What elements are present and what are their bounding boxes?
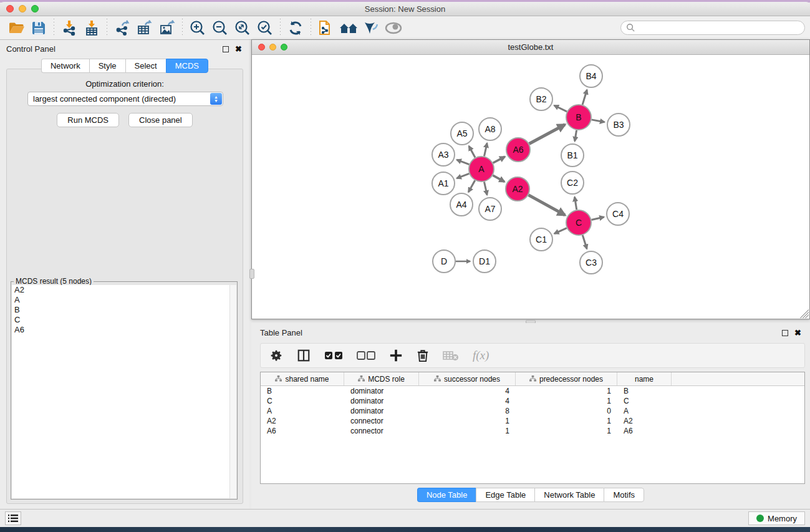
node-A7[interactable]: A7: [479, 198, 501, 220]
network-view-window[interactable]: testGlobe.txt B4B2BB3B1A5A8A6A3AA1A4A7A2…: [251, 39, 810, 319]
cell-successor-nodes[interactable]: 4: [419, 396, 516, 406]
mcds-result-item[interactable]: B: [12, 305, 236, 315]
edge-A-A2[interactable]: [493, 175, 504, 181]
edge-C-C3[interactable]: [582, 235, 587, 249]
cell-predecessor-nodes[interactable]: 1: [516, 396, 617, 406]
node-B4[interactable]: B4: [580, 65, 602, 87]
cell-predecessor-nodes[interactable]: 1: [516, 416, 617, 426]
edge-B-B3[interactable]: [592, 120, 605, 122]
node-table[interactable]: shared nameMCDS rolesuccessor nodesprede…: [260, 372, 805, 484]
cell-predecessor-nodes[interactable]: 1: [516, 426, 617, 436]
tab-edge-table[interactable]: Edge Table: [476, 488, 534, 502]
node-B3[interactable]: B3: [607, 114, 630, 136]
tab-style[interactable]: Style: [89, 59, 125, 73]
edge-C-C4[interactable]: [591, 217, 604, 220]
resize-grip[interactable]: [800, 309, 809, 318]
refresh-button[interactable]: [284, 18, 307, 38]
node-C1[interactable]: C1: [530, 228, 552, 251]
zoom-fit-button[interactable]: [231, 18, 254, 38]
cell-mcds-role[interactable]: dominator: [344, 386, 419, 396]
node-B2[interactable]: B2: [530, 88, 552, 110]
table-row[interactable]: Bdominator41B: [261, 386, 804, 396]
node-C4[interactable]: C4: [607, 203, 629, 225]
mcds-result-item[interactable]: A6: [12, 325, 236, 335]
network-graph[interactable]: B4B2BB3B1A5A8A6A3AA1A4A7A2C2CC4C1C3DD1: [253, 56, 810, 319]
edge-A6-B[interactable]: [529, 125, 565, 144]
edge-A-A6[interactable]: [493, 157, 505, 163]
table-settings-button[interactable]: [269, 347, 283, 364]
vertical-splitter-handle[interactable]: [249, 269, 254, 279]
cell-name[interactable]: A6: [617, 426, 672, 436]
node-D1[interactable]: D1: [473, 250, 496, 273]
deselect-all-rows-button[interactable]: [357, 347, 375, 364]
node-C3[interactable]: C3: [580, 251, 602, 274]
cell-mcds-role[interactable]: dominator: [344, 406, 419, 416]
show-columns-button[interactable]: [297, 347, 311, 364]
table-row[interactable]: Cdominator41C: [261, 396, 804, 406]
import-network-button[interactable]: [58, 18, 80, 38]
table-row[interactable]: A2connector11A2: [261, 416, 804, 426]
edge-A-A4[interactable]: [468, 180, 475, 192]
tab-motifs[interactable]: Motifs: [604, 488, 644, 502]
app-titlebar[interactable]: Session: New Session: [0, 2, 810, 16]
node-A3[interactable]: A3: [432, 143, 455, 166]
scrollbar[interactable]: [229, 285, 236, 498]
export-table-button[interactable]: [133, 18, 156, 38]
close-table-panel-icon[interactable]: ✖: [794, 330, 801, 336]
cell-mcds-role[interactable]: connector: [344, 426, 419, 436]
import-table-button[interactable]: [80, 18, 103, 38]
cell-name[interactable]: A: [617, 406, 672, 416]
float-table-panel-icon[interactable]: [782, 330, 788, 336]
open-session-button[interactable]: [5, 18, 27, 38]
float-panel-icon[interactable]: [223, 46, 229, 52]
cell-shared-name[interactable]: C: [261, 396, 344, 406]
select-all-rows-button[interactable]: [324, 347, 343, 364]
node-B1[interactable]: B1: [561, 144, 584, 167]
node-A[interactable]: A: [469, 157, 494, 181]
run-mcds-button[interactable]: Run MCDS: [57, 113, 119, 127]
edge-C-C2[interactable]: [575, 197, 577, 210]
column-header-name[interactable]: name: [617, 372, 672, 385]
export-network-button[interactable]: [111, 18, 133, 38]
cell-predecessor-nodes[interactable]: 0: [516, 406, 617, 416]
column-header-predecessor-nodes[interactable]: predecessor nodes: [516, 372, 617, 385]
zoom-selected-button[interactable]: [254, 18, 276, 38]
node-B[interactable]: B: [566, 105, 591, 130]
zoom-out-button[interactable]: [209, 18, 231, 38]
mcds-result-item[interactable]: A2: [12, 285, 236, 295]
save-session-button[interactable]: [27, 18, 50, 38]
cell-shared-name[interactable]: A: [261, 406, 344, 416]
edge-C-C1[interactable]: [554, 228, 567, 234]
cell-shared-name[interactable]: A6: [261, 426, 344, 436]
mcds-result-item[interactable]: A: [12, 295, 236, 305]
cell-name[interactable]: B: [617, 386, 672, 396]
tab-network-table[interactable]: Network Table: [534, 488, 604, 502]
node-C2[interactable]: C2: [561, 172, 584, 194]
cell-successor-nodes[interactable]: 8: [419, 406, 516, 416]
cell-name[interactable]: C: [617, 396, 672, 406]
network-canvas[interactable]: B4B2BB3B1A5A8A6A3AA1A4A7A2C2CC4C1C3DD1: [253, 56, 809, 318]
delete-column-button[interactable]: [417, 347, 429, 364]
hide-details-button[interactable]: [382, 18, 405, 38]
edge-A-A1[interactable]: [457, 173, 470, 178]
create-column-button[interactable]: [389, 347, 403, 364]
zoom-in-button[interactable]: [186, 18, 209, 38]
cell-successor-nodes[interactable]: 1: [419, 416, 516, 426]
column-header-shared-name[interactable]: shared name: [261, 372, 344, 385]
column-header-mcds-role[interactable]: MCDS role: [344, 372, 419, 385]
table-row[interactable]: A6connector11A6: [261, 426, 804, 436]
node-A6[interactable]: A6: [506, 138, 530, 162]
column-header-successor-nodes[interactable]: successor nodes: [419, 372, 516, 385]
node-D[interactable]: D: [433, 250, 455, 273]
memory-button[interactable]: Memory: [748, 511, 805, 525]
cell-shared-name[interactable]: B: [261, 386, 344, 396]
edge-A-A8[interactable]: [484, 143, 487, 156]
cell-mcds-role[interactable]: dominator: [344, 396, 419, 406]
edge-A-A3[interactable]: [457, 160, 470, 164]
node-A2[interactable]: A2: [506, 177, 529, 201]
edge-B-B2[interactable]: [554, 105, 567, 112]
tab-network[interactable]: Network: [41, 59, 89, 73]
edge-A-A5[interactable]: [469, 146, 475, 157]
node-A8[interactable]: A8: [479, 118, 501, 140]
cell-mcds-role[interactable]: connector: [344, 416, 419, 426]
